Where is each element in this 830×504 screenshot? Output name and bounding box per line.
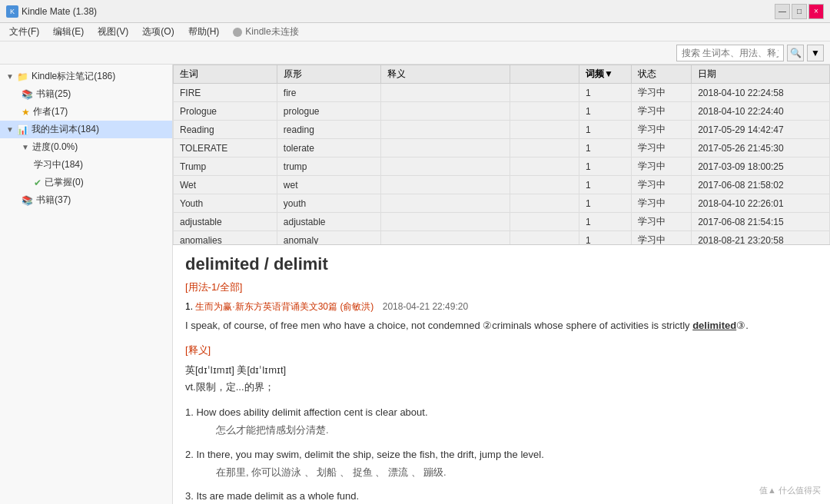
maximize-button[interactable]: □ <box>792 4 807 19</box>
col-meaning[interactable]: 释义 <box>380 65 510 84</box>
example-item: 3. Its are made delimit as a whole fund.… <box>185 487 818 504</box>
watermark: 值▲ 什么值得买 <box>756 483 824 498</box>
col-status[interactable]: 状态 <box>631 65 692 84</box>
cell-freq: 1 <box>579 176 631 194</box>
star-icon: ★ <box>22 107 30 118</box>
table-row[interactable]: Reading reading 1 学习中 2017-05-29 14:42:4… <box>174 121 830 139</box>
close-button[interactable]: × <box>808 4 824 19</box>
cell-extra <box>510 176 579 194</box>
cell-status: 学习中 <box>631 102 692 121</box>
cell-extra <box>510 139 579 158</box>
cell-extra <box>510 158 579 176</box>
usage-date: 2018-04-21 22:49:20 <box>383 301 468 312</box>
cell-base: youth <box>277 194 380 213</box>
table-row[interactable]: FIRE fire 1 学习中 2018-04-10 22:24:58 <box>174 84 830 102</box>
book-icon-2: 📚 <box>22 195 33 206</box>
cell-freq: 1 <box>579 121 631 139</box>
detail-word: delimited / delimit <box>185 254 818 274</box>
word-list[interactable]: 生词 原形 释义 词频▼ 状态 日期 FIRE fire 1 学习中 2018-… <box>173 65 830 245</box>
menu-view[interactable]: 视图(V) <box>91 24 134 40</box>
cell-meaning <box>380 121 510 139</box>
cell-word: anomalies <box>174 231 277 246</box>
cell-status: 学习中 <box>631 158 692 176</box>
cell-word: adjustable <box>174 213 277 231</box>
sidebar-books-label: 书籍(25) <box>36 88 71 101</box>
detail-panel: delimited / delimit [用法-1/全部] 1. 生而为赢·新东… <box>173 245 830 504</box>
sidebar-item-notes[interactable]: ▼ 📁 Kindle标注笔记(186) <box>0 68 172 85</box>
col-date[interactable]: 日期 <box>692 65 830 84</box>
cell-extra <box>510 102 579 121</box>
cell-freq: 1 <box>579 158 631 176</box>
content-area: 生词 原形 释义 词频▼ 状态 日期 FIRE fire 1 学习中 2018-… <box>173 65 830 504</box>
kindle-status-label: Kindle未连接 <box>245 25 298 38</box>
sidebar-item-books2[interactable]: 📚 书籍(37) <box>0 191 172 209</box>
sidebar-item-books[interactable]: 📚 书籍(25) <box>0 85 172 103</box>
example-cn: 在那里, 你可以游泳 、 划船 、 捉鱼 、 漂流 、 蹦级. <box>216 463 818 481</box>
examples-list: 1. How does ability delimit affection ce… <box>185 403 818 504</box>
sidebar-progress-label: 进度(0.0%) <box>32 141 78 154</box>
sidebar-item-mastered[interactable]: ✔ 已掌握(0) <box>0 174 172 191</box>
cell-date: 2018-04-10 22:24:40 <box>692 102 830 121</box>
search-options-button[interactable]: ▼ <box>807 45 824 61</box>
example-en: 1. How does ability delimit affection ce… <box>185 406 428 418</box>
cell-status: 学习中 <box>631 176 692 194</box>
sidebar-item-progress[interactable]: ▼ 进度(0.0%) <box>0 138 172 156</box>
table-row[interactable]: adjustable adjustable 1 学习中 2017-06-08 2… <box>174 213 830 231</box>
usage-sentence-text: I speak, of course, of free men who have… <box>185 320 692 331</box>
search-button[interactable]: 🔍 <box>787 45 804 61</box>
sidebar-item-vocab[interactable]: ▼ 📊 我的生词本(184) <box>0 121 172 138</box>
phonetic-us: 美[dɪˈlɪmɪt] <box>237 364 286 376</box>
search-input[interactable] <box>676 45 784 61</box>
usage-section-title: [用法-1/全部] <box>185 280 818 294</box>
cell-base: prologue <box>277 102 380 121</box>
table-row[interactable]: Wet wet 1 学习中 2017-06-08 21:58:02 <box>174 176 830 194</box>
cell-word: FIRE <box>174 84 277 102</box>
word-table: 生词 原形 释义 词频▼ 状态 日期 FIRE fire 1 学习中 2018-… <box>173 65 830 245</box>
menu-options[interactable]: 选项(O) <box>136 24 180 40</box>
cell-status: 学习中 <box>631 84 692 102</box>
sidebar-item-learning[interactable]: 学习中(184) <box>0 156 172 174</box>
sidebar-vocab-label: 我的生词本(184) <box>32 123 99 136</box>
cell-word: Wet <box>174 176 277 194</box>
col-word[interactable]: 生词 <box>174 65 277 84</box>
main-layout: ▼ 📁 Kindle标注笔记(186) 📚 书籍(25) ★ 作者(17) ▼ … <box>0 65 830 504</box>
expand-icon-2: ▼ <box>6 125 14 134</box>
cell-base: fire <box>277 84 380 102</box>
usage-sentence-end: ③. <box>736 320 749 331</box>
chart-icon: 📊 <box>17 124 28 135</box>
table-row[interactable]: TOLERATE tolerate 1 学习中 2017-05-26 21:45… <box>174 139 830 158</box>
cell-freq: 1 <box>579 102 631 121</box>
minimize-button[interactable]: — <box>775 4 790 19</box>
folder-icon: 📁 <box>17 71 28 82</box>
cell-word: Reading <box>174 121 277 139</box>
table-row[interactable]: anomalies anomaly 1 学习中 2018-08-21 23:20… <box>174 231 830 246</box>
cell-status: 学习中 <box>631 139 692 158</box>
app-title: Kindle Mate (1.38) <box>22 6 97 17</box>
expand-icon-3: ▼ <box>22 143 29 151</box>
menu-file[interactable]: 文件(F) <box>3 24 45 40</box>
cell-date: 2017-06-08 21:58:02 <box>692 176 830 194</box>
title-bar: K Kindle Mate (1.38) — □ × <box>0 0 830 23</box>
sidebar-item-authors[interactable]: ★ 作者(17) <box>0 103 172 121</box>
sidebar-authors-label: 作者(17) <box>33 105 68 118</box>
menu-help[interactable]: 帮助(H) <box>182 24 226 40</box>
cell-base: trump <box>277 158 380 176</box>
usage-number: 1. <box>185 301 193 312</box>
table-row[interactable]: Youth youth 1 学习中 2018-04-10 22:26:01 <box>174 194 830 213</box>
cell-meaning <box>380 158 510 176</box>
example-item: 1. How does ability delimit affection ce… <box>185 403 818 439</box>
cell-extra <box>510 231 579 246</box>
book-icon: 📚 <box>22 89 33 100</box>
usage-source-link[interactable]: 生而为赢·新东方英语背诵美文30篇 (俞敏洪) <box>195 301 374 312</box>
col-base[interactable]: 原形 <box>277 65 380 84</box>
definition-section-title: [释义] <box>185 343 818 357</box>
col-extra[interactable] <box>510 65 579 84</box>
col-freq[interactable]: 词频▼ <box>579 65 631 84</box>
cell-status: 学习中 <box>631 194 692 213</box>
menu-edit[interactable]: 编辑(E) <box>47 24 90 40</box>
title-bar-controls[interactable]: — □ × <box>775 4 824 19</box>
table-row[interactable]: Prologue prologue 1 学习中 2018-04-10 22:24… <box>174 102 830 121</box>
pos-definition: vt.限制，定...的界； <box>185 380 818 394</box>
table-row[interactable]: Trump trump 1 学习中 2017-03-09 18:00:25 <box>174 158 830 176</box>
example-en: 2. In there, you may swim, delimit the s… <box>185 449 544 460</box>
